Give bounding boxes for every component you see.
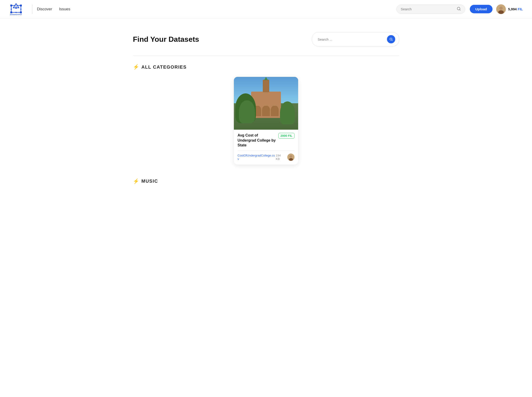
svg-point-13 bbox=[20, 9, 22, 10]
header-search-icon bbox=[457, 7, 461, 12]
svg-line-17 bbox=[459, 9, 460, 10]
svg-rect-2 bbox=[10, 12, 12, 13]
card-image-0 bbox=[234, 77, 298, 130]
card-divider-0 bbox=[238, 150, 294, 151]
card-file-meta-0: 194 KB bbox=[276, 154, 294, 161]
svg-rect-3 bbox=[20, 12, 22, 13]
svg-point-12 bbox=[11, 9, 12, 10]
card-file-size-0: 194 KB bbox=[276, 154, 285, 161]
category-section-all: ⚡ ALL CATEGORIES bbox=[133, 64, 399, 165]
category-title-all: ALL CATEGORIES bbox=[141, 64, 187, 70]
page-title: Find Your Datasets bbox=[133, 35, 199, 43]
svg-point-21 bbox=[499, 7, 503, 10]
svg-point-26 bbox=[289, 158, 293, 161]
nav-discover[interactable]: Discover bbox=[37, 7, 52, 12]
card-file-link-0[interactable]: CostOfUndergradCollege.csv bbox=[238, 154, 276, 161]
svg-line-23 bbox=[392, 40, 392, 41]
category-heading-all: ⚡ ALL CATEGORIES bbox=[133, 64, 399, 70]
avatar[interactable] bbox=[496, 4, 506, 14]
category-heading-music: ⚡ MUSIC bbox=[133, 178, 399, 184]
dataset-card-0[interactable]: Avg Cost of Undergrad College by State 2… bbox=[234, 77, 298, 165]
logo-icon: DATAHOTPOT bbox=[9, 3, 23, 15]
card-title-0: Avg Cost of Undergrad College by State bbox=[238, 133, 277, 148]
card-body-0: Avg Cost of Undergrad College by State 2… bbox=[234, 130, 298, 165]
svg-point-27 bbox=[290, 155, 292, 158]
main-search-bar bbox=[312, 32, 399, 46]
bolt-icon-music: ⚡ bbox=[133, 178, 139, 184]
user-area: 5,994 FIL bbox=[496, 4, 523, 14]
nav-issues[interactable]: Issues bbox=[59, 7, 70, 12]
main-search-input[interactable] bbox=[318, 37, 385, 41]
cards-row-all: Avg Cost of Undergrad College by State 2… bbox=[133, 77, 399, 165]
svg-point-11 bbox=[16, 8, 17, 9]
svg-point-20 bbox=[498, 10, 504, 14]
header: DATAHOTPOT Discover Issues Upload 5,994 … bbox=[0, 0, 532, 18]
svg-text:DATAHOTPOT: DATAHOTPOT bbox=[10, 14, 22, 15]
main-content: Find Your Datasets ⚡ ALL CATEGORIES bbox=[124, 18, 408, 207]
nav-links: Discover Issues bbox=[37, 7, 70, 12]
upload-button[interactable]: Upload bbox=[470, 5, 493, 13]
logo-area: DATAHOTPOT bbox=[9, 3, 23, 15]
svg-point-14 bbox=[16, 12, 17, 13]
header-search-input[interactable] bbox=[401, 7, 454, 11]
page-header: Find Your Datasets bbox=[133, 32, 399, 46]
main-search-button[interactable] bbox=[387, 35, 395, 43]
category-section-music: ⚡ MUSIC bbox=[133, 178, 399, 184]
bolt-icon-all: ⚡ bbox=[133, 64, 139, 70]
price-badge-0: 2000 FIL bbox=[278, 133, 294, 139]
user-balance: 5,994 FIL bbox=[508, 7, 523, 11]
section-divider bbox=[133, 56, 399, 56]
category-title-music: MUSIC bbox=[141, 179, 158, 184]
card-avatar-0 bbox=[287, 154, 294, 161]
svg-rect-0 bbox=[10, 5, 12, 6]
header-divider bbox=[32, 5, 32, 14]
card-footer-0: CostOfUndergradCollege.csv 194 KB bbox=[238, 154, 294, 161]
header-search-bar bbox=[396, 5, 465, 14]
svg-rect-1 bbox=[20, 5, 22, 6]
